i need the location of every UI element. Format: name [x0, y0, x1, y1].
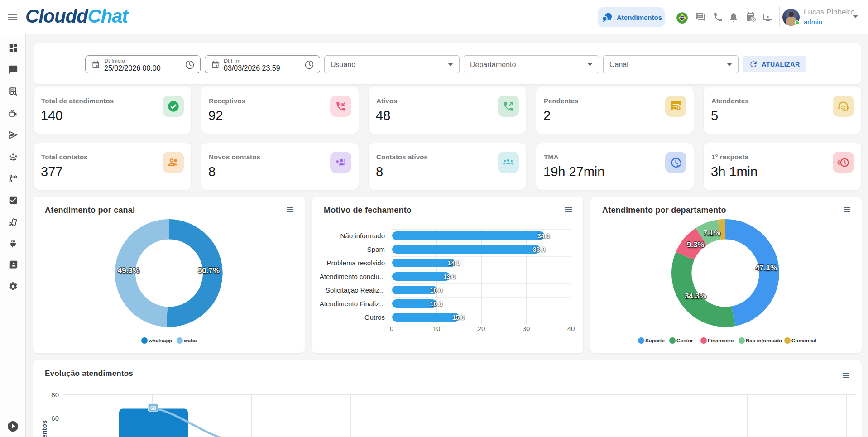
- svg-text:Spam: Spam: [367, 245, 385, 253]
- svg-text:Atendimento Finaliz...: Atendimento Finaliz...: [320, 300, 385, 307]
- svg-text:10.0: 10.0: [430, 287, 442, 294]
- svg-text:Problema resolvido: Problema resolvido: [327, 259, 385, 267]
- svg-text:Atendimento conclu...: Atendimento conclu...: [320, 273, 385, 280]
- svg-text:15.0: 15.0: [452, 314, 465, 321]
- svg-text:0: 0: [390, 325, 393, 332]
- svg-text:30: 30: [523, 325, 530, 332]
- svg-text:20: 20: [478, 325, 485, 332]
- svg-text:Atendimentos: Atendimentos: [40, 420, 48, 437]
- svg-text:33.0: 33.0: [533, 246, 545, 253]
- svg-text:Outros: Outros: [364, 313, 385, 321]
- svg-text:40: 40: [567, 325, 575, 332]
- svg-text:Não informado: Não informado: [340, 232, 385, 240]
- svg-text:10.0: 10.0: [430, 300, 442, 307]
- svg-text:68: 68: [150, 405, 156, 411]
- svg-text:10: 10: [433, 325, 441, 332]
- svg-text:14.0: 14.0: [448, 259, 460, 267]
- svg-text:34.0: 34.0: [537, 232, 550, 240]
- svg-text:80: 80: [51, 391, 59, 399]
- svg-text:60: 60: [51, 414, 59, 422]
- svg-text:Solicitação Realiz...: Solicitação Realiz...: [326, 286, 385, 294]
- svg-text:13.0: 13.0: [443, 273, 456, 280]
